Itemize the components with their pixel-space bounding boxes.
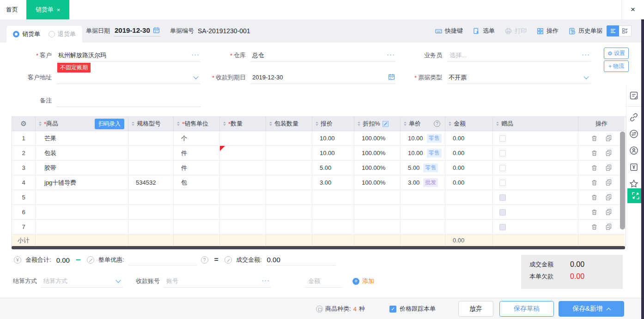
pick-order-button[interactable]: 选单 <box>473 27 495 35</box>
account-picker-icon[interactable]: ··· <box>261 277 270 283</box>
sort-icon[interactable] <box>358 121 360 126</box>
copy-row-icon[interactable] <box>605 135 612 142</box>
sort-icon[interactable] <box>316 121 318 126</box>
price-cell[interactable]: 10.00零售 <box>401 146 445 161</box>
user-icon[interactable] <box>626 144 642 157</box>
pack-qty-cell[interactable] <box>266 175 312 190</box>
view-list-button[interactable] <box>607 25 619 36</box>
col-header-qty[interactable]: *数量 <box>220 117 266 131</box>
sort-icon[interactable] <box>132 121 134 126</box>
money-icon[interactable] <box>626 160 642 174</box>
pack-qty-cell[interactable] <box>266 205 312 220</box>
sort-icon[interactable] <box>449 121 451 126</box>
price-cell[interactable] <box>401 190 445 205</box>
delete-row-icon[interactable] <box>591 150 598 156</box>
copy-row-icon[interactable] <box>605 194 612 201</box>
due-date-input[interactable]: 2019-12-30 <box>250 71 396 84</box>
product-cell[interactable] <box>36 190 128 205</box>
address-input[interactable] <box>58 73 199 81</box>
col-header-spec[interactable]: 规格型号 <box>128 117 174 131</box>
sort-icon[interactable] <box>39 121 42 126</box>
quote-cell[interactable] <box>312 190 354 205</box>
view-card-button[interactable] <box>619 25 632 36</box>
window-close-button[interactable]: × <box>621 0 644 19</box>
sort-icon[interactable] <box>496 121 499 126</box>
product-cell[interactable] <box>36 220 128 235</box>
unit-cell[interactable] <box>174 205 220 220</box>
pack-qty-cell[interactable] <box>266 161 312 175</box>
discount-cell[interactable]: 100.00% <box>354 146 401 161</box>
operate-button[interactable]: 操作 <box>537 27 559 35</box>
tab-close-icon[interactable]: × <box>57 6 61 13</box>
warehouse-picker-icon[interactable]: ··· <box>387 51 395 58</box>
quote-cell[interactable]: 5.00 <box>312 161 354 175</box>
sort-icon[interactable] <box>177 121 180 126</box>
sort-icon[interactable] <box>404 121 407 126</box>
checkbox-checked-icon[interactable]: ✓ <box>389 306 396 313</box>
help-icon[interactable]: ? <box>434 120 440 127</box>
discount-cell[interactable] <box>354 205 401 220</box>
pay-amount-input[interactable] <box>307 277 340 285</box>
settle-method-input[interactable] <box>43 277 121 285</box>
gift-checkbox[interactable] <box>499 180 506 186</box>
quote-cell[interactable] <box>312 205 354 220</box>
sort-icon[interactable] <box>269 121 272 126</box>
gift-checkbox[interactable] <box>499 194 506 201</box>
price-cell[interactable] <box>401 220 445 235</box>
col-header-unit[interactable]: *销售单位 <box>174 117 220 131</box>
qty-cell[interactable] <box>220 220 266 235</box>
delete-row-icon[interactable] <box>591 179 598 186</box>
customer-input[interactable]: 杭州解放路沃尔玛 ··· <box>56 49 200 62</box>
copy-row-icon[interactable] <box>605 179 612 186</box>
tab-sales-order[interactable]: 销货单 × <box>26 0 69 19</box>
settings-button[interactable]: ⚙设置 <box>604 48 629 59</box>
copy-row-icon[interactable] <box>605 209 612 216</box>
spec-cell[interactable] <box>128 131 174 146</box>
delete-row-icon[interactable] <box>591 223 598 230</box>
delete-row-icon[interactable] <box>591 194 598 201</box>
link-icon[interactable] <box>626 110 642 124</box>
unit-cell[interactable]: 包 <box>174 175 220 190</box>
table-vertical-scrollbar[interactable] <box>620 132 625 229</box>
copy-row-icon[interactable] <box>605 164 612 171</box>
gift-checkbox[interactable] <box>499 135 506 142</box>
spec-cell[interactable] <box>128 205 174 220</box>
settle-method-select[interactable] <box>41 275 123 288</box>
discount-cell[interactable] <box>354 220 401 235</box>
product-cell[interactable]: 芒果 <box>36 131 128 146</box>
unit-cell[interactable]: 件 <box>174 146 220 161</box>
warehouse-input[interactable]: 总仓 ··· <box>250 49 396 62</box>
radio-sales-order[interactable]: 销货单 <box>13 30 40 38</box>
product-cell[interactable]: 包装 <box>36 146 128 161</box>
receive-account-field[interactable]: ··· <box>164 275 271 288</box>
calendar-icon[interactable] <box>153 27 160 34</box>
table-horizontal-scrollbar[interactable] <box>12 246 625 249</box>
edit-icon[interactable] <box>383 121 389 127</box>
qty-cell[interactable] <box>220 205 266 220</box>
gift-checkbox[interactable] <box>499 209 506 216</box>
price-track-checkbox-group[interactable]: ✓ 价格跟踪本单 <box>389 298 436 319</box>
qty-cell[interactable] <box>220 161 266 175</box>
tab-home[interactable]: 首页 <box>0 0 24 19</box>
unit-cell[interactable] <box>174 220 220 235</box>
doc-date-field[interactable]: 2019-12-30 <box>114 25 161 36</box>
product-cell[interactable]: jpg十辅导费 <box>36 175 128 190</box>
quote-cell[interactable] <box>312 220 354 235</box>
pack-qty-cell[interactable] <box>266 190 312 205</box>
exchange-icon[interactable] <box>626 127 642 141</box>
price-cell[interactable] <box>401 205 445 220</box>
sort-icon[interactable] <box>223 121 226 126</box>
remark-input[interactable] <box>58 96 199 104</box>
save-draft-button[interactable]: 保存草稿 <box>499 301 554 317</box>
product-cell[interactable]: 胶带 <box>36 161 128 175</box>
pack-qty-cell[interactable] <box>266 131 312 146</box>
add-payment-button[interactable]: + 添加 <box>352 277 374 285</box>
col-header-price[interactable]: 单价? <box>401 117 445 131</box>
calendar-icon[interactable] <box>388 73 395 80</box>
shortcut-keys-button[interactable]: 快捷键 <box>435 27 463 35</box>
order-discount-input[interactable] <box>128 254 197 262</box>
col-header-discount[interactable]: 折扣% <box>354 117 401 131</box>
unit-cell[interactable]: 个 <box>174 131 220 146</box>
save-and-new-button[interactable]: 保存&新增 <box>559 301 624 317</box>
gift-checkbox[interactable] <box>499 150 506 156</box>
